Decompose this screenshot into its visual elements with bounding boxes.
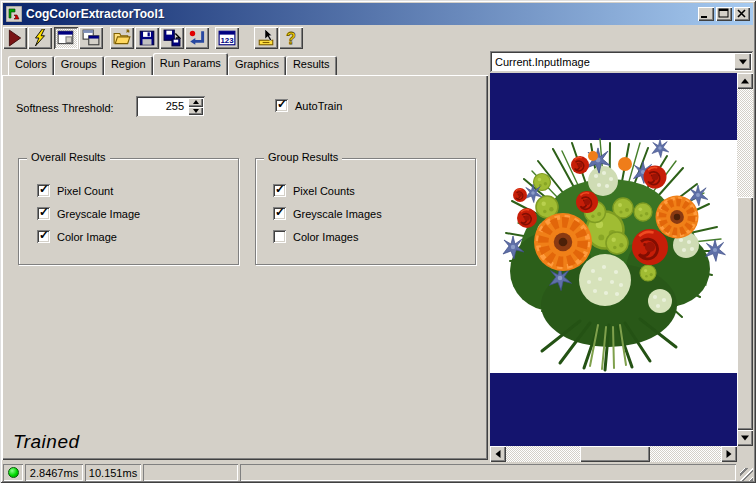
arrow-right-icon bbox=[727, 450, 732, 458]
pixel-counts-label: Pixel Counts bbox=[293, 185, 355, 197]
horizontal-scroll-thumb[interactable] bbox=[580, 446, 650, 462]
image-window-icon bbox=[57, 29, 75, 47]
greyscale-image-label: Greyscale Image bbox=[57, 208, 140, 220]
close-button[interactable] bbox=[734, 7, 750, 21]
open-file-icon bbox=[113, 29, 131, 47]
run-params-page: Softness Threshold: 255 ✓ AutoTrain Over… bbox=[2, 75, 488, 460]
vertical-scroll-thumb[interactable] bbox=[737, 197, 753, 430]
reset-icon bbox=[188, 29, 206, 47]
greyscale-images-row: ✓ Greyscale Images bbox=[273, 207, 382, 220]
check-icon: ✓ bbox=[277, 97, 287, 112]
trained-status-text: Trained bbox=[13, 431, 80, 453]
spin-up-icon bbox=[193, 100, 199, 104]
horizontal-scrollbar[interactable] bbox=[490, 446, 737, 462]
run-button[interactable] bbox=[3, 27, 27, 49]
maximize-button[interactable] bbox=[716, 7, 732, 21]
image-selector-combobox[interactable]: Current.InputImage bbox=[490, 51, 753, 72]
tab-graphics[interactable]: Graphics bbox=[228, 56, 286, 75]
electric-run-button[interactable] bbox=[28, 27, 52, 49]
spin-down-icon bbox=[193, 109, 199, 113]
toolbar: 123 ? bbox=[3, 27, 753, 50]
pixel-counts-checkbox[interactable]: ✓ bbox=[273, 184, 286, 197]
group-results-groupbox: Group Results ✓ Pixel Counts ✓ Greyscale… bbox=[255, 158, 476, 265]
tool-state-icon bbox=[6, 6, 22, 22]
greyscale-image-row: ✓ Greyscale Image bbox=[37, 207, 140, 220]
interactive-params-button[interactable] bbox=[254, 27, 278, 49]
softness-threshold-spinner[interactable]: 255 bbox=[136, 96, 205, 117]
save-button[interactable] bbox=[135, 27, 159, 49]
pixel-counts-row: ✓ Pixel Counts bbox=[273, 184, 355, 197]
softness-threshold-label: Softness Threshold: bbox=[16, 102, 114, 114]
resize-grip[interactable] bbox=[740, 468, 753, 481]
color-image-row: ✓ Color Image bbox=[37, 230, 117, 243]
overall-results-title: Overall Results bbox=[27, 151, 110, 163]
tab-strip: Colors Groups Region Run Params Graphics… bbox=[2, 53, 488, 75]
scroll-right-button[interactable] bbox=[721, 446, 737, 462]
minimize-icon bbox=[700, 8, 712, 20]
input-image-bouquet bbox=[490, 73, 737, 446]
pixel-count-checkbox[interactable]: ✓ bbox=[37, 184, 50, 197]
minimize-button[interactable] bbox=[698, 7, 714, 21]
color-images-label: Color Images bbox=[293, 231, 358, 243]
autotrain-label: AutoTrain bbox=[295, 100, 342, 112]
open-file-button[interactable] bbox=[110, 27, 134, 49]
autotrain-row: ✓ AutoTrain bbox=[275, 99, 342, 112]
scroll-down-button[interactable] bbox=[737, 430, 753, 446]
tab-region[interactable]: Region bbox=[104, 56, 153, 75]
status-time-1: 2.8467ms bbox=[25, 464, 83, 481]
tab-groups[interactable]: Groups bbox=[54, 56, 104, 75]
greyscale-image-checkbox[interactable]: ✓ bbox=[37, 207, 50, 220]
electric-run-icon bbox=[31, 29, 49, 47]
pixel-count-label: Pixel Count bbox=[57, 185, 113, 197]
check-icon: ✓ bbox=[39, 182, 49, 197]
check-icon: ✓ bbox=[39, 205, 49, 220]
show-image-window-button[interactable] bbox=[54, 27, 78, 49]
greyscale-images-label: Greyscale Images bbox=[293, 208, 382, 220]
color-images-row: ✓ Color Images bbox=[273, 230, 358, 243]
vertical-scrollbar[interactable] bbox=[737, 73, 753, 446]
help-icon: ? bbox=[282, 29, 300, 47]
arrow-down-icon bbox=[741, 436, 749, 441]
help-button[interactable]: ? bbox=[279, 27, 303, 49]
reset-button[interactable] bbox=[185, 27, 209, 49]
check-icon: ✓ bbox=[275, 205, 285, 220]
status-empty-panel bbox=[143, 464, 238, 481]
status-bar: 2.8467ms 10.151ms bbox=[3, 462, 753, 481]
image-display[interactable] bbox=[490, 73, 737, 446]
autotrain-checkbox[interactable]: ✓ bbox=[275, 99, 288, 112]
color-image-label: Color Image bbox=[57, 231, 117, 243]
app-window: CogColorExtractorTool1 bbox=[0, 0, 756, 483]
tab-run-params[interactable]: Run Params bbox=[153, 53, 228, 75]
combobox-dropdown-button[interactable] bbox=[734, 53, 751, 70]
window-title: CogColorExtractorTool1 bbox=[26, 7, 696, 21]
float-windows-button[interactable] bbox=[79, 27, 103, 49]
check-icon: ✓ bbox=[275, 182, 285, 197]
results-button[interactable]: 123 bbox=[215, 27, 239, 49]
spin-down-button[interactable] bbox=[188, 107, 203, 116]
save-icon bbox=[138, 29, 156, 47]
close-icon bbox=[736, 8, 748, 20]
arrow-up-icon bbox=[741, 79, 749, 84]
pointer-ruler-icon bbox=[257, 29, 275, 47]
image-selector-value: Current.InputImage bbox=[490, 56, 734, 68]
scroll-left-button[interactable] bbox=[490, 446, 506, 462]
tab-colors[interactable]: Colors bbox=[8, 56, 54, 75]
softness-threshold-value[interactable]: 255 bbox=[136, 96, 188, 117]
maximize-icon bbox=[718, 8, 730, 20]
chevron-down-icon bbox=[739, 59, 747, 64]
results-123-icon: 123 bbox=[218, 29, 236, 47]
spin-up-button[interactable] bbox=[188, 98, 203, 107]
color-image-checkbox[interactable]: ✓ bbox=[37, 230, 50, 243]
titlebar[interactable]: CogColorExtractorTool1 bbox=[3, 3, 753, 25]
status-empty-panel-long bbox=[240, 464, 736, 481]
scroll-up-button[interactable] bbox=[737, 73, 753, 89]
save-subset-button[interactable] bbox=[160, 27, 184, 49]
check-icon: ✓ bbox=[39, 228, 49, 243]
greyscale-images-checkbox[interactable]: ✓ bbox=[273, 207, 286, 220]
tab-results[interactable]: Results bbox=[286, 56, 337, 75]
status-time-2: 10.151ms bbox=[85, 464, 141, 481]
pixel-count-row: ✓ Pixel Count bbox=[37, 184, 113, 197]
run-icon bbox=[6, 29, 24, 47]
svg-text:123: 123 bbox=[220, 36, 234, 45]
color-images-checkbox[interactable]: ✓ bbox=[273, 230, 286, 243]
